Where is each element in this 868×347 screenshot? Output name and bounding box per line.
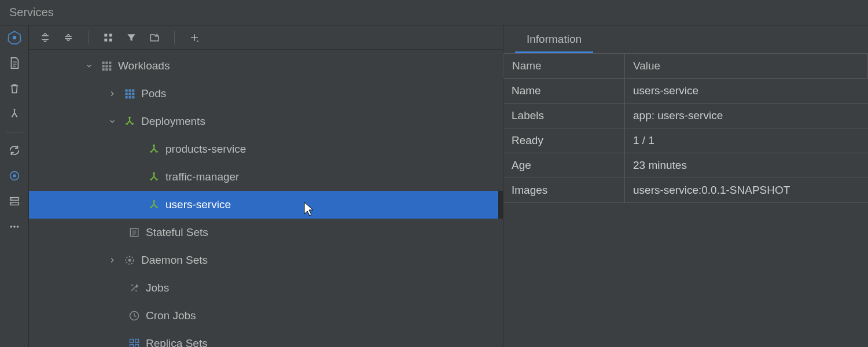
tree-node-deployment-item[interactable]: traffic-manager [29, 163, 503, 191]
svg-rect-24 [109, 68, 111, 71]
filter-icon[interactable] [124, 31, 138, 45]
svg-rect-13 [109, 34, 112, 36]
deployment-icon [145, 143, 163, 155]
tree: Workloads Pods Deployments products-serv… [29, 50, 503, 347]
tree-label: Cron Jobs [144, 309, 196, 322]
tree-node-cronjobs[interactable]: Cron Jobs [29, 302, 503, 330]
row-key: Images [503, 178, 625, 203]
title-bar: Services [0, 0, 868, 25]
svg-rect-12 [104, 34, 107, 36]
svg-rect-23 [105, 68, 108, 71]
tree-node-pods[interactable]: Pods [29, 80, 503, 108]
side-rail [0, 25, 29, 347]
tab-label: Information [527, 33, 582, 45]
svg-rect-41 [135, 345, 139, 347]
svg-rect-29 [128, 93, 131, 95]
cronjobs-icon [125, 310, 144, 322]
tree-node-daemonsets[interactable]: Daemon Sets [29, 246, 503, 274]
target-icon[interactable] [7, 168, 22, 183]
svg-rect-21 [109, 65, 111, 67]
svg-rect-26 [128, 90, 131, 92]
svg-rect-19 [102, 65, 105, 67]
row-value: 23 minutes [625, 153, 868, 178]
detail-panel: Information Name Value Name users-servic… [503, 25, 868, 347]
tree-node-replicasets[interactable]: Replica Sets [29, 330, 503, 347]
svg-point-8 [11, 203, 12, 204]
tree-node-statefulsets[interactable]: Stateful Sets [29, 219, 503, 246]
jobs-icon [125, 282, 144, 294]
svg-point-10 [13, 226, 16, 228]
tree-label: Stateful Sets [144, 226, 208, 239]
tree-label: Deployments [139, 115, 205, 128]
svg-rect-28 [126, 93, 128, 95]
tree-label: Workloads [116, 60, 170, 72]
svg-rect-25 [126, 90, 128, 92]
svg-rect-39 [135, 339, 139, 343]
tree-label: products-service [163, 143, 246, 156]
svg-point-11 [16, 226, 19, 228]
tab-information[interactable]: Information [515, 27, 593, 53]
add-icon[interactable] [187, 31, 201, 45]
toolbar-separator [174, 31, 175, 45]
svg-rect-14 [104, 38, 107, 41]
tree-label: traffic-manager [163, 171, 239, 183]
main-area: Workloads Pods Deployments products-serv… [0, 25, 868, 347]
row-value: app: users-service [625, 104, 868, 128]
svg-rect-17 [105, 62, 108, 64]
tree-label: users-service [163, 198, 231, 211]
document-icon[interactable] [7, 56, 22, 71]
routes-icon[interactable] [7, 106, 22, 121]
chevron-down-icon [81, 62, 97, 70]
tree-node-deployment-item-selected[interactable]: users-service [29, 191, 503, 219]
svg-rect-15 [109, 38, 112, 41]
row-key: Ready [503, 128, 625, 153]
svg-rect-18 [109, 62, 111, 64]
expand-all-icon[interactable] [38, 31, 52, 45]
chevron-right-icon [104, 90, 120, 98]
svg-rect-38 [130, 339, 134, 343]
tree-node-deployments[interactable]: Deployments [29, 108, 503, 135]
row-key: Age [503, 153, 625, 178]
row-key: Name [503, 79, 625, 104]
tree-panel: Workloads Pods Deployments products-serv… [29, 25, 503, 347]
tree-node-workloads[interactable]: Workloads [29, 52, 503, 80]
col-header-value: Value [625, 53, 868, 79]
panel-title: Services [9, 6, 54, 19]
svg-rect-20 [105, 65, 108, 67]
row-key: Labels [503, 104, 625, 128]
info-table: Name Value Name users-service Labels app… [503, 53, 868, 203]
svg-rect-31 [126, 96, 128, 98]
add-tab-icon[interactable] [148, 31, 161, 45]
grid-icon[interactable] [101, 31, 115, 45]
deployment-icon [145, 171, 163, 183]
statefulset-icon [125, 227, 144, 238]
tree-toolbar [29, 25, 503, 50]
collapse-all-icon[interactable] [61, 31, 75, 45]
refresh-icon[interactable] [7, 143, 22, 158]
trash-icon[interactable] [7, 81, 22, 96]
tree-node-jobs[interactable]: Jobs [29, 274, 503, 302]
row-value: 1 / 1 [625, 128, 868, 153]
tree-label: Replica Sets [144, 337, 208, 347]
svg-rect-30 [132, 93, 134, 95]
more-icon[interactable] [7, 219, 22, 234]
svg-rect-22 [102, 68, 105, 71]
tree-label: Jobs [144, 282, 169, 294]
svg-rect-32 [128, 96, 131, 98]
svg-point-1 [12, 36, 16, 40]
tree-node-deployment-item[interactable]: products-service [29, 135, 503, 163]
svg-rect-33 [132, 96, 134, 98]
tree-label: Pods [139, 87, 166, 100]
row-value: users-service [625, 79, 868, 104]
kubernetes-icon[interactable] [7, 30, 22, 45]
svg-rect-27 [132, 90, 134, 92]
chevron-down-icon [104, 117, 120, 125]
svg-rect-40 [130, 345, 134, 347]
selection-edge [498, 191, 503, 219]
svg-point-7 [11, 198, 12, 200]
svg-point-4 [13, 174, 16, 178]
svg-point-9 [10, 226, 12, 228]
daemonset-icon [120, 254, 139, 266]
servers-icon[interactable] [7, 194, 22, 209]
tab-strip: Information [503, 25, 868, 53]
